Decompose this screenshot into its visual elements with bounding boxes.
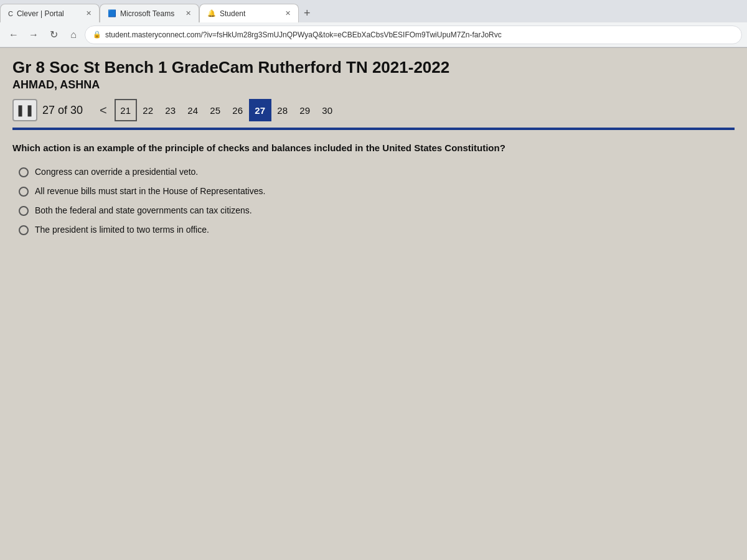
tab-teams[interactable]: 🟦 Microsoft Teams ✕	[100, 4, 199, 22]
answer-choice-b[interactable]: All revenue bills must start in the Hous…	[19, 186, 735, 197]
page-content: Gr 8 Soc St Bench 1 GradeCam Rutherford …	[0, 48, 747, 560]
tab-bar: C Clever | Portal ✕ 🟦 Microsoft Teams ✕ …	[0, 0, 747, 22]
radio-d[interactable]	[19, 225, 29, 235]
answer-text-c: Both the federal and state governments c…	[35, 205, 252, 215]
answer-choice-c[interactable]: Both the federal and state governments c…	[19, 205, 735, 216]
student-tab-close[interactable]: ✕	[285, 9, 291, 17]
reload-button[interactable]: ↻	[45, 26, 62, 44]
answer-choice-a[interactable]: Congress can override a presidential vet…	[19, 167, 735, 177]
answer-choice-d[interactable]: The president is limited to two terms in…	[19, 225, 735, 235]
page-title: Gr 8 Soc St Bench 1 GradeCam Rutherford …	[12, 58, 735, 77]
address-text: student.masteryconnect.com/?iv=fsHkUm28r…	[105, 30, 502, 39]
radio-a[interactable]	[19, 167, 29, 177]
question-number-25[interactable]: 25	[204, 99, 227, 121]
lock-icon: 🔒	[93, 30, 101, 39]
question-number-28[interactable]: 28	[271, 99, 294, 121]
tab-clever[interactable]: C Clever | Portal ✕	[0, 4, 100, 22]
question-number-21[interactable]: 21	[115, 99, 137, 121]
student-tab-label: Student	[220, 9, 245, 18]
clever-tab-icon: C	[8, 10, 13, 17]
new-tab-button[interactable]: +	[299, 4, 316, 22]
question-number-23[interactable]: 23	[159, 99, 182, 121]
question-number-30[interactable]: 30	[316, 99, 339, 121]
radio-c[interactable]	[19, 206, 29, 216]
home-button[interactable]: ⌂	[65, 26, 82, 44]
clever-tab-label: Clever | Portal	[17, 9, 64, 18]
prev-question-button[interactable]: <	[97, 103, 110, 118]
pause-icon: ❚❚	[16, 103, 34, 117]
question-number-29[interactable]: 29	[294, 99, 316, 121]
answer-choices: Congress can override a presidential vet…	[12, 167, 735, 235]
pause-button[interactable]: ❚❚	[12, 99, 37, 121]
question-number-22[interactable]: 22	[137, 99, 159, 121]
teams-tab-icon: 🟦	[108, 9, 116, 17]
question-counter: 27 of 30	[42, 104, 92, 117]
radio-b[interactable]	[19, 187, 29, 197]
teams-tab-close[interactable]: ✕	[186, 9, 191, 17]
address-bar[interactable]: 🔒 student.masteryconnect.com/?iv=fsHkUm2…	[85, 26, 742, 44]
question-number-26[interactable]: 26	[227, 99, 249, 121]
question-nav: ❚❚ 27 of 30 < 21222324252627282930	[12, 99, 735, 130]
answer-text-b: All revenue bills must start in the Hous…	[35, 186, 265, 196]
browser-chrome: C Clever | Portal ✕ 🟦 Microsoft Teams ✕ …	[0, 0, 747, 48]
question-area: Which action is an example of the princi…	[12, 130, 735, 235]
question-number-27[interactable]: 27	[249, 99, 271, 121]
question-text: Which action is an example of the princi…	[12, 141, 735, 154]
teams-tab-label: Microsoft Teams	[120, 9, 174, 18]
nav-bar: ← → ↻ ⌂ 🔒 student.masteryconnect.com/?iv…	[0, 22, 747, 47]
answer-text-a: Congress can override a presidential vet…	[35, 167, 198, 177]
question-number-24[interactable]: 24	[182, 99, 204, 121]
forward-button[interactable]: →	[25, 26, 42, 44]
tab-student[interactable]: 🔔 Student ✕	[199, 4, 299, 22]
student-name: AHMAD, ASHNA	[12, 78, 735, 91]
clever-tab-close[interactable]: ✕	[86, 9, 92, 17]
back-button[interactable]: ←	[5, 26, 22, 44]
answer-text-d: The president is limited to two terms in…	[35, 225, 209, 235]
question-numbers: 21222324252627282930	[115, 99, 339, 121]
student-tab-icon: 🔔	[207, 9, 216, 17]
